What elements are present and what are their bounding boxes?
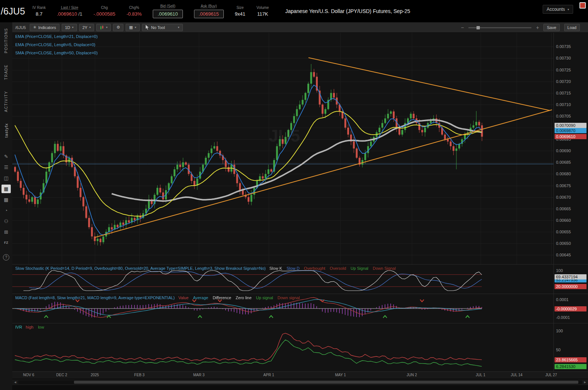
zoom-slider[interactable] xyxy=(468,25,532,30)
price-axis[interactable]: 0.006450.006500.006550.006600.006650.006… xyxy=(553,33,588,264)
time-axis-label: APR 1 xyxy=(264,373,274,377)
chg-label: Chg xyxy=(101,6,108,10)
range-dropdown[interactable]: 2Y ▾ xyxy=(79,24,94,31)
accounts-dropdown[interactable]: Accounts ▾ xyxy=(543,5,573,14)
load-button[interactable]: Load xyxy=(564,24,580,31)
timeframe-dropdown[interactable]: 1D ▾ xyxy=(62,24,77,31)
save-button[interactable]: Save xyxy=(543,24,559,31)
size-label: Size xyxy=(236,6,243,10)
bid-button[interactable]: .0069610 xyxy=(153,10,182,18)
activity-tab[interactable]: ACTIVITY xyxy=(4,85,8,118)
list-icon[interactable]: ☰ xyxy=(1,163,11,172)
grid-icon[interactable]: ▩ xyxy=(1,195,11,204)
price-label-box: 0.0070090 xyxy=(555,123,587,128)
ask-field: Ask (Buy) .0069615 xyxy=(194,4,224,18)
iv-rank-field: IV Rank 8.7 xyxy=(32,6,46,17)
layout-dropdown[interactable]: ▦ ▾ xyxy=(126,24,139,31)
axis-tick-label: 0.00710 xyxy=(556,102,571,107)
axis-tick-label: 0.00720 xyxy=(556,79,571,84)
scrollbar-track[interactable] xyxy=(18,380,582,384)
chart-toolbar: /6JU5 ✳ Indicators 1D ▾ 2Y ▾ ▾ xyxy=(12,22,588,33)
time-axis-label: MAR 3 xyxy=(193,373,205,377)
iv-rank-label: IV Rank xyxy=(32,6,46,10)
chevron-down-icon: ▾ xyxy=(72,26,74,29)
grid-icon: ▦ xyxy=(129,25,133,30)
workspace: POSITIONSTRADEACTIVITYtastyfx ✎☰◫▦▩◔⚇⊞FZ… xyxy=(0,22,588,390)
fz-icon[interactable]: FZ xyxy=(1,239,11,247)
price-label-box: 23.8615665 xyxy=(555,357,587,362)
chart-icon[interactable]: ▦ xyxy=(1,185,11,193)
axis-tick-label: 0.00660 xyxy=(556,218,571,223)
time-axis[interactable]: NOV 6DEC 22025FEB 3MAR 3APR 1MAY 1JUN 2J… xyxy=(12,371,588,379)
chart-module: /6JU5 ✳ Indicators 1D ▾ 2Y ▾ ▾ xyxy=(12,22,588,390)
vault-icon[interactable]: ⊞ xyxy=(1,228,11,236)
orders-icon[interactable]: ◫ xyxy=(1,174,11,182)
macd-canvas[interactable] xyxy=(12,294,554,323)
macd-panel: 0.0001-0.0001-0.0000029 MACD (Fast lengt… xyxy=(12,294,588,323)
ask-button[interactable]: .0069615 xyxy=(194,10,224,18)
stochastic-panel: 10053.214793669.433719420.0000000 Slow S… xyxy=(12,264,588,294)
last-size-value: /1 xyxy=(78,11,83,17)
price-label-box: 6.2841530 xyxy=(555,364,587,369)
price-chart-canvas[interactable] xyxy=(12,33,554,264)
contract-title: Japanese Yen/U.S. Dollar (JPY/USD) Futur… xyxy=(285,8,410,14)
time-axis-label: 2025 xyxy=(91,373,99,377)
ivr-panel: 1005023.86156656.2841530 IVRhighlow xyxy=(12,323,588,371)
time-axis-label: JUN 2 xyxy=(407,373,417,377)
notification-icon[interactable] xyxy=(579,2,586,9)
chart-type-dropdown[interactable]: ▾ xyxy=(96,24,111,31)
axis-tick-label: 0.00725 xyxy=(556,67,571,73)
scrollbar-thumb[interactable] xyxy=(74,381,578,384)
notes-icon[interactable]: ✎ xyxy=(1,152,11,161)
chg-pct-label: Chg% xyxy=(129,6,139,10)
axis-tick-label: 0.00680 xyxy=(556,171,571,176)
history-icon[interactable]: ◔ xyxy=(1,206,11,215)
stochastic-axis[interactable]: 10053.214793669.433719420.0000000 xyxy=(553,265,588,294)
trade-tab[interactable]: TRADE xyxy=(4,59,8,85)
horizontal-scrollbar[interactable]: ◄ ► xyxy=(12,379,588,385)
price-label-box: 0.0069610 xyxy=(555,134,587,139)
price-label-box: -0.0000029 xyxy=(555,306,587,311)
community-icon[interactable]: ⚇ xyxy=(1,217,11,226)
zoom-out-button[interactable]: − xyxy=(461,25,464,31)
ivr-axis[interactable]: 1005023.86156656.2841530 xyxy=(553,323,588,371)
scroll-left-arrow[interactable]: ◄ xyxy=(12,380,18,384)
zoom-slider-thumb[interactable] xyxy=(476,26,480,29)
chg-pct-field: Chg% -0.83% xyxy=(126,6,142,17)
axis-tick-label: 0.00655 xyxy=(556,229,571,234)
symbol-title: /6JU5 xyxy=(1,6,25,17)
price-panel: 0.006450.006500.006550.006600.006650.006… xyxy=(12,33,588,264)
toolbar-symbol-label: /6JU5 xyxy=(15,25,26,30)
axis-tick-label: 0.00715 xyxy=(556,90,571,96)
price-label-box: 69.4337194 xyxy=(555,274,587,279)
time-axis-label: FEB 3 xyxy=(134,373,145,377)
bid-label: Bid (Sell) xyxy=(160,4,175,8)
axis-tick-label: 0.00730 xyxy=(556,55,571,61)
positions-tab[interactable]: POSITIONS xyxy=(4,22,8,59)
drawing-tool-dropdown[interactable]: No Tool ▾ xyxy=(142,24,183,31)
axis-tick-label: 0.00645 xyxy=(556,252,571,258)
gear-icon: ⚙ xyxy=(116,25,120,30)
stochastic-canvas[interactable] xyxy=(12,265,554,294)
ask-label: Ask (Buy) xyxy=(201,4,217,8)
axis-tick-label: 0.00705 xyxy=(556,114,571,119)
volume-value: 117K xyxy=(257,11,268,17)
axis-tick-label: 100 xyxy=(556,268,563,273)
time-axis-label: MAY 1 xyxy=(335,373,346,377)
scroll-right-arrow[interactable]: ► xyxy=(582,380,588,384)
axis-tick-label: 0.00665 xyxy=(556,206,571,211)
help-icon[interactable]: ? xyxy=(3,254,9,260)
macd-axis[interactable]: 0.0001-0.0001-0.0000029 xyxy=(553,294,588,323)
indicators-button[interactable]: ✳ Indicators xyxy=(30,24,59,31)
indicators-icon: ✳ xyxy=(33,25,36,30)
ivr-canvas[interactable] xyxy=(12,323,554,371)
chevron-down-icon: ▾ xyxy=(568,8,569,11)
settings-button[interactable]: ⚙ xyxy=(113,24,123,31)
cursor-icon xyxy=(145,25,149,30)
zoom-in-button[interactable]: + xyxy=(536,25,539,31)
tastyfx-tab[interactable]: tastyfx xyxy=(4,118,9,146)
last-value: .0069610 xyxy=(57,11,77,17)
size-field: Size 9x41 xyxy=(235,6,245,17)
app-root: /6JU5 IV Rank 8.7 Last / Size .0069610 /… xyxy=(0,0,588,390)
last-size-field: Last / Size .0069610 /1 xyxy=(57,6,83,17)
